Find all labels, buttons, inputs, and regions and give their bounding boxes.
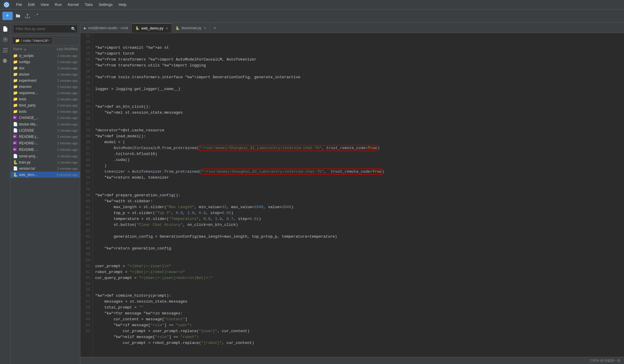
menu-settings[interactable]: Settings: [96, 1, 116, 8]
folder-icon: 📁: [13, 91, 18, 95]
code-line: [95, 181, 622, 187]
tab-icon: 🐍: [176, 26, 180, 30]
code-line: cur_prompt = user_prompt.replace("{user}…: [95, 328, 622, 334]
code-line: model = (: [95, 139, 622, 145]
file-item-modified: 2 minutes ago: [48, 66, 78, 70]
line-number: 26: [82, 116, 90, 122]
line-number: 27: [82, 122, 90, 128]
file-list-item[interactable]: 📁third_party2 minutes ago: [11, 102, 80, 108]
toolbar: +: [0, 9, 624, 22]
file-item-name: README-...: [19, 141, 47, 145]
folder-icon: 📁: [13, 103, 18, 107]
line-number: 15: [82, 51, 90, 57]
python-file-icon: 🐍: [13, 160, 18, 164]
new-tab-button[interactable]: +: [210, 23, 220, 33]
tab-close-button[interactable]: ×: [166, 26, 168, 31]
file-icon: 📄: [13, 154, 18, 158]
code-line: "kw">elif message["role"] == "robot":: [95, 334, 622, 340]
line-number: 54: [82, 281, 90, 287]
code-line: [95, 228, 622, 234]
sidebar-icon-puzzle[interactable]: [1, 57, 9, 65]
file-list-item[interactable]: 📁requireme...2 minutes ago: [11, 90, 80, 96]
tab-icon: ▶: [84, 26, 86, 30]
code-editor[interactable]: 1213141516171819202122232425262728293031…: [80, 33, 624, 357]
line-number: 21: [82, 86, 90, 92]
menu-edit[interactable]: Edit: [25, 1, 38, 8]
upload-button[interactable]: [23, 12, 32, 20]
file-list-item[interactable]: 📁docker2 minutes ago: [11, 71, 80, 77]
code-content[interactable]: "kw">import streamlit "kw">as st"kw">imp…: [93, 33, 624, 357]
sort-arrow-icon: ▲: [24, 48, 27, 51]
menu-run[interactable]: Run: [52, 1, 65, 8]
editor-tab[interactable]: 🐍web_demo.py×: [132, 23, 172, 33]
file-item-name: README-j...: [19, 135, 47, 139]
file-list-item[interactable]: 📄LICENSE2 minutes ago: [11, 127, 80, 133]
menu-file[interactable]: File: [13, 1, 25, 8]
new-launcher-button[interactable]: +: [2, 12, 13, 20]
file-list-item[interactable]: 📄docker.Ma...2 minutes ago: [11, 121, 80, 127]
code-line: "kw">def on_btn_click():: [95, 104, 622, 110]
file-item-modified: 2 minutes ago: [48, 148, 78, 151]
tab-label: web_demo.py: [141, 26, 163, 30]
sidebar-icon-files[interactable]: [1, 25, 9, 33]
file-item-name: web_dem...: [19, 173, 47, 177]
watermark: CSDN @·怡饭第一名: [590, 358, 620, 363]
line-number: 58: [82, 305, 90, 311]
file-list-item[interactable]: MREADME....2 minutes ago: [11, 146, 80, 153]
file-search-input[interactable]: [13, 25, 78, 33]
file-list-item[interactable]: 📁configs2 minutes ago: [11, 59, 80, 65]
line-number: 34: [82, 163, 90, 169]
file-item-name: third_party: [19, 103, 47, 107]
line-number: 20: [82, 80, 90, 86]
refresh-button[interactable]: [33, 12, 41, 20]
editor-tab[interactable]: 🐍download.py×: [172, 23, 210, 33]
line-number: 17: [82, 63, 90, 68]
sidebar-icon-circle[interactable]: [1, 35, 9, 44]
file-list-item[interactable]: 🐍train.py2 minutes ago: [11, 159, 80, 165]
file-item-modified: 2 minutes ago: [48, 141, 78, 145]
editor-tab[interactable]: ▶root@intern-studio: ~/cod: [80, 23, 132, 33]
menu-tabs[interactable]: Tabs: [82, 1, 96, 8]
file-list-item[interactable]: 📁ci_scripts2 minutes ago: [11, 53, 80, 59]
file-list-item[interactable]: 📁doc2 minutes ago: [11, 65, 80, 71]
file-item-name: experiment: [19, 79, 47, 83]
folder-icon: 📁: [13, 109, 18, 114]
svg-rect-5: [3, 48, 8, 49]
header-name[interactable]: Name ▲: [13, 47, 48, 51]
open-folder-button[interactable]: [14, 12, 22, 20]
code-line: generation_config = GenerationConfig(max…: [95, 234, 622, 240]
file-list-item[interactable]: MREADME-j...2 minutes ago: [11, 133, 80, 140]
sidebar-icon-menu[interactable]: [1, 46, 9, 54]
header-modified[interactable]: Last Modified: [48, 47, 78, 51]
file-list-item[interactable]: 📄version.txt2 minutes ago: [11, 165, 80, 172]
file-list-item[interactable]: MREADME-...2 minutes ago: [11, 140, 80, 146]
file-list-item[interactable]: 📁tools2 minutes ago: [11, 108, 80, 115]
file-list-item[interactable]: 📄sonar-proj...2 minutes ago: [11, 153, 80, 159]
code-line: cur_prompt = robot_prompt.replace("{robo…: [95, 340, 622, 346]
tab-bar: ▶root@intern-studio: ~/cod🐍web_demo.py×🐍…: [80, 22, 624, 33]
code-line: [95, 187, 622, 192]
menu-view[interactable]: View: [38, 1, 52, 8]
line-number: 31: [82, 145, 90, 151]
svg-rect-6: [3, 50, 8, 50]
code-line: robot_prompt = "<|Bot|>:{robot}<eoa>\n": [95, 269, 622, 275]
line-number: 30: [82, 139, 90, 145]
folder-icon: 📁: [13, 72, 18, 76]
file-list-item[interactable]: 📁experiment2 minutes ago: [11, 77, 80, 84]
breadcrumb-folder[interactable]: 📁 / code / InternLM /: [13, 37, 52, 44]
file-list-item[interactable]: 📁tests2 minutes ago: [11, 96, 80, 102]
code-line: [95, 252, 622, 257]
file-list-item[interactable]: 📁internlm2 minutes ago: [11, 84, 80, 90]
tab-close-button[interactable]: ×: [204, 26, 206, 30]
sidebar-icons: [0, 22, 11, 364]
file-item-name: train.py: [19, 160, 47, 164]
line-number: 43: [82, 216, 90, 222]
menu-kernel[interactable]: Kernel: [65, 1, 82, 8]
file-item-name: CHANGE_...: [19, 116, 47, 120]
line-number: 60: [82, 316, 90, 322]
file-list-item[interactable]: MCHANGE_...2 minutes ago: [11, 115, 80, 121]
editor-area: ▶root@intern-studio: ~/cod🐍web_demo.py×🐍…: [80, 22, 624, 364]
menu-help[interactable]: Help: [116, 1, 129, 8]
file-list-item[interactable]: 🐍web_dem...9 seconds ago: [11, 172, 80, 178]
file-item-modified: 2 minutes ago: [48, 73, 78, 76]
